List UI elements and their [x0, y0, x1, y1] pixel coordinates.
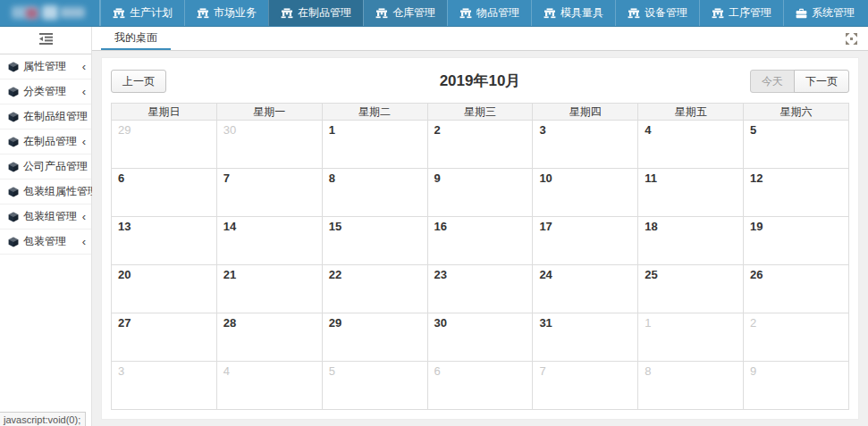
- calendar-day-cell[interactable]: 1: [322, 121, 427, 169]
- day-number: 18: [638, 217, 743, 233]
- calendar-day-cell[interactable]: 28: [216, 313, 322, 362]
- nav-item[interactable]: 仓库管理: [363, 0, 447, 26]
- calendar-day-cell[interactable]: 5: [322, 362, 427, 410]
- day-number: 16: [428, 217, 533, 233]
- sidebar-toggle-button[interactable]: [0, 27, 91, 54]
- sidebar-item[interactable]: 包装组管理‹: [0, 205, 91, 230]
- calendar-day-cell[interactable]: 15: [322, 217, 427, 265]
- calendar-day-cell[interactable]: 24: [533, 265, 638, 313]
- calendar-day-cell[interactable]: 9: [744, 362, 849, 410]
- calendar-day-cell[interactable]: 22: [322, 265, 427, 313]
- sidebar-item[interactable]: 属性管理‹: [0, 54, 91, 79]
- nav-item[interactable]: 在制品管理: [268, 0, 363, 26]
- calendar-day-cell[interactable]: 4: [216, 362, 322, 410]
- cube-icon: [8, 112, 19, 122]
- fullscreen-icon[interactable]: [846, 27, 857, 50]
- prev-page-button[interactable]: 上一页: [111, 70, 166, 93]
- nav-item[interactable]: 工序管理: [699, 0, 783, 26]
- day-number: 9: [428, 169, 533, 185]
- nav-item[interactable]: 市场业务: [184, 0, 268, 26]
- calendar-day-cell[interactable]: 2: [744, 313, 849, 362]
- nav-item-label: 物品管理: [476, 5, 519, 21]
- weekday-header: 星期六: [744, 104, 849, 121]
- day-number: 1: [638, 313, 743, 330]
- calendar-panel: 上一页 今天 下一页 2019年10月 星期日星期一星期二星期三星期四星期五星期…: [101, 57, 859, 420]
- calendar-day-cell[interactable]: 3: [533, 121, 638, 169]
- calendar-day-cell[interactable]: 25: [638, 265, 744, 313]
- calendar-day-cell[interactable]: 8: [322, 169, 427, 217]
- tab-my-desktop[interactable]: 我的桌面: [101, 27, 171, 50]
- top-navbar: 生产计划市场业务在制品管理仓库管理物品管理模具量具设备管理工序管理系统管理 管理…: [0, 0, 868, 27]
- weekday-header: 星期四: [533, 104, 638, 121]
- sidebar-item[interactable]: 包装组属性管理‹: [0, 180, 91, 205]
- calendar-day-cell[interactable]: 10: [533, 169, 638, 217]
- sidebar-item-label: 属性管理: [23, 59, 66, 74]
- day-number: 25: [638, 265, 743, 281]
- weekday-header: 星期一: [216, 104, 322, 121]
- nav-menu: 生产计划市场业务在制品管理仓库管理物品管理模具量具设备管理工序管理系统管理: [100, 0, 866, 26]
- nav-item[interactable]: 模具量具: [531, 0, 615, 26]
- nav-item[interactable]: 系统管理: [783, 0, 866, 26]
- cube-icon: [8, 62, 19, 72]
- calendar-day-cell[interactable]: 8: [638, 362, 744, 410]
- day-number: 31: [533, 313, 637, 330]
- calendar-day-cell[interactable]: 6: [112, 169, 217, 217]
- day-number: 14: [217, 217, 322, 233]
- cube-icon: [8, 162, 19, 172]
- calendar-day-cell[interactable]: 6: [427, 362, 533, 410]
- calendar-day-cell[interactable]: 1: [638, 313, 744, 362]
- calendar-day-cell[interactable]: 12: [744, 169, 849, 217]
- calendar-day-cell[interactable]: 26: [744, 265, 849, 313]
- calendar-day-cell[interactable]: 11: [638, 169, 744, 217]
- next-page-button[interactable]: 下一页: [794, 70, 849, 93]
- calendar-day-cell[interactable]: 29: [322, 313, 427, 362]
- day-number: 1: [323, 121, 427, 137]
- sidebar-item[interactable]: 在制品组管理‹: [0, 104, 91, 129]
- calendar-day-cell[interactable]: 16: [427, 217, 533, 265]
- sidebar-menu: 属性管理‹分类管理‹在制品组管理‹在制品管理‹公司产品管理‹包装组属性管理‹包装…: [0, 54, 91, 255]
- sidebar-item[interactable]: 公司产品管理‹: [0, 155, 91, 180]
- calendar-day-cell[interactable]: 3: [112, 362, 217, 410]
- calendar-day-cell[interactable]: 7: [216, 169, 322, 217]
- calendar-day-cell[interactable]: 19: [744, 217, 849, 265]
- calendar-day-cell[interactable]: 2: [427, 121, 533, 169]
- calendar-day-cell[interactable]: 18: [638, 217, 744, 265]
- nav-item-label: 市场业务: [214, 5, 257, 21]
- main-area: 我的桌面 上一页 今天 下一页 2019年10月 星期日星期一: [92, 27, 868, 426]
- nav-item[interactable]: 物品管理: [447, 0, 531, 26]
- calendar-day-cell[interactable]: 4: [638, 121, 744, 169]
- app-logo: [0, 0, 100, 26]
- calendar-day-cell[interactable]: 21: [216, 265, 322, 313]
- calendar-day-cell[interactable]: 30: [427, 313, 533, 362]
- calendar-day-cell[interactable]: 23: [427, 265, 533, 313]
- calendar-day-cell[interactable]: 30: [216, 121, 322, 169]
- calendar-day-cell[interactable]: 29: [112, 121, 217, 169]
- calendar-day-cell[interactable]: 17: [533, 217, 638, 265]
- day-number: 7: [533, 362, 637, 378]
- calendar-day-cell[interactable]: 7: [533, 362, 638, 410]
- calendar-day-cell[interactable]: 27: [112, 313, 217, 362]
- nav-item[interactable]: 生产计划: [100, 0, 184, 26]
- day-number: 6: [112, 169, 216, 185]
- nav-item[interactable]: 设备管理: [615, 0, 699, 26]
- calendar-day-cell[interactable]: 13: [112, 217, 217, 265]
- sidebar-item[interactable]: 包装管理‹: [0, 230, 91, 255]
- day-number: 8: [323, 169, 427, 185]
- calendar-day-cell[interactable]: 31: [533, 313, 638, 362]
- cube-icon: [8, 212, 19, 222]
- machine-icon: [544, 8, 556, 19]
- calendar-day-cell[interactable]: 5: [744, 121, 849, 169]
- day-number: 15: [323, 217, 427, 233]
- day-number: 24: [533, 265, 637, 281]
- calendar-day-cell[interactable]: 9: [427, 169, 533, 217]
- sidebar-item-label: 在制品组管理: [23, 109, 88, 124]
- tab-bar: 我的桌面: [92, 27, 868, 51]
- sidebar-item[interactable]: 在制品管理‹: [0, 129, 91, 155]
- calendar-day-cell-today[interactable]: 14: [216, 217, 322, 265]
- sidebar-item[interactable]: 分类管理‹: [0, 79, 91, 104]
- day-number: 10: [533, 169, 637, 185]
- sidebar-item-label: 包装组管理: [23, 209, 77, 224]
- nav-item-label: 工序管理: [729, 5, 771, 21]
- today-button[interactable]: 今天: [750, 70, 795, 93]
- calendar-day-cell[interactable]: 20: [112, 265, 217, 313]
